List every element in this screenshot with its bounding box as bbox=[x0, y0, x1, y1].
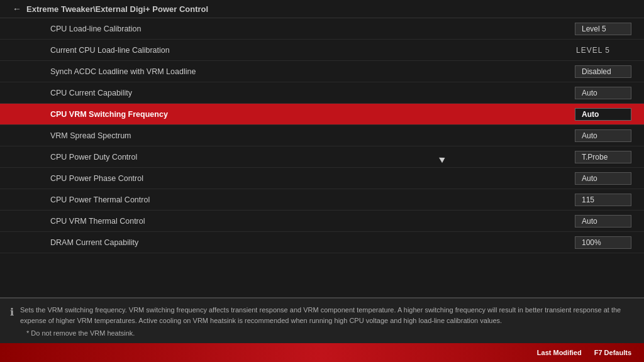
setting-label-cpu-vrm-switching-frequency: CPU VRM Switching Frequency bbox=[50, 110, 168, 119]
setting-value-dram-current-capability[interactable]: 100% bbox=[575, 236, 631, 249]
setting-row-cpu-power-thermal-control[interactable]: CPU Power Thermal Control115 bbox=[0, 189, 644, 211]
f7-defaults-btn[interactable]: F7 Defaults bbox=[594, 349, 631, 356]
setting-value-current-cpu-load-line-calibration: LEVEL 5 bbox=[575, 45, 631, 56]
setting-row-cpu-vrm-switching-frequency[interactable]: CPU VRM Switching FrequencyAuto bbox=[0, 104, 644, 125]
setting-label-cpu-load-line-calibration: CPU Load-line Calibration bbox=[50, 25, 142, 33]
setting-row-vrm-spread-spectrum[interactable]: VRM Spread SpectrumAuto bbox=[0, 125, 644, 146]
setting-label-dram-current-capability: DRAM Current Capability bbox=[50, 238, 138, 247]
setting-value-cpu-vrm-thermal-control[interactable]: Auto bbox=[575, 215, 631, 228]
setting-row-cpu-power-phase-control[interactable]: CPU Power Phase ControlAuto bbox=[0, 168, 644, 189]
setting-label-cpu-current-capability: CPU Current Capability bbox=[50, 89, 132, 97]
setting-value-cpu-vrm-switching-frequency[interactable]: Auto bbox=[575, 108, 631, 121]
setting-row-synch-acdc-loadline[interactable]: Synch ACDC Loadline with VRM LoadlineDis… bbox=[0, 61, 644, 82]
setting-value-synch-acdc-loadline[interactable]: Disabled bbox=[575, 65, 631, 78]
bottom-bar: Last Modified F7 Defaults bbox=[0, 343, 644, 362]
setting-row-cpu-load-line-calibration[interactable]: CPU Load-line CalibrationLevel 5 bbox=[0, 18, 644, 40]
setting-value-cpu-power-phase-control[interactable]: Auto bbox=[575, 172, 631, 185]
setting-row-dram-current-capability[interactable]: DRAM Current Capability100% bbox=[0, 232, 644, 253]
setting-label-vrm-spread-spectrum: VRM Spread Spectrum bbox=[50, 131, 131, 140]
settings-list: CPU Load-line CalibrationLevel 5Current … bbox=[0, 18, 644, 253]
header: ← Extreme Tweaker\External Digi+ Power C… bbox=[0, 0, 644, 18]
setting-label-cpu-vrm-thermal-control: CPU VRM Thermal Control bbox=[50, 217, 145, 226]
setting-value-cpu-load-line-calibration[interactable]: Level 5 bbox=[575, 23, 631, 35]
setting-label-current-cpu-load-line-calibration: Current CPU Load-line Calibration bbox=[50, 46, 170, 55]
setting-value-cpu-power-duty-control[interactable]: T.Probe bbox=[575, 151, 631, 163]
info-panel: ℹ Sets the VRM switching frequency. VRM … bbox=[0, 297, 644, 343]
setting-label-cpu-power-duty-control: CPU Power Duty Control bbox=[50, 153, 137, 162]
setting-label-cpu-power-phase-control: CPU Power Phase Control bbox=[50, 174, 143, 183]
info-text: Sets the VRM switching frequency. VRM sw… bbox=[20, 305, 634, 326]
setting-row-current-cpu-load-line-calibration[interactable]: Current CPU Load-line CalibrationLEVEL 5 bbox=[0, 40, 644, 61]
info-note: * Do not remove the VRM heatsink. bbox=[10, 329, 634, 337]
setting-value-cpu-power-thermal-control[interactable]: 115 bbox=[575, 194, 631, 206]
setting-label-synch-acdc-loadline: Synch ACDC Loadline with VRM Loadline bbox=[50, 67, 196, 76]
setting-value-vrm-spread-spectrum[interactable]: Auto bbox=[575, 129, 631, 142]
info-icon: ℹ bbox=[10, 306, 14, 326]
setting-label-cpu-power-thermal-control: CPU Power Thermal Control bbox=[50, 195, 150, 204]
last-modified-btn[interactable]: Last Modified bbox=[537, 349, 582, 356]
setting-row-cpu-vrm-thermal-control[interactable]: CPU VRM Thermal ControlAuto bbox=[0, 211, 644, 232]
setting-row-cpu-power-duty-control[interactable]: CPU Power Duty ControlT.Probe bbox=[0, 146, 644, 168]
setting-row-cpu-current-capability[interactable]: CPU Current CapabilityAuto bbox=[0, 82, 644, 104]
back-arrow-icon[interactable]: ← bbox=[13, 4, 21, 14]
header-title: Extreme Tweaker\External Digi+ Power Con… bbox=[26, 4, 208, 14]
setting-value-cpu-current-capability[interactable]: Auto bbox=[575, 87, 631, 99]
